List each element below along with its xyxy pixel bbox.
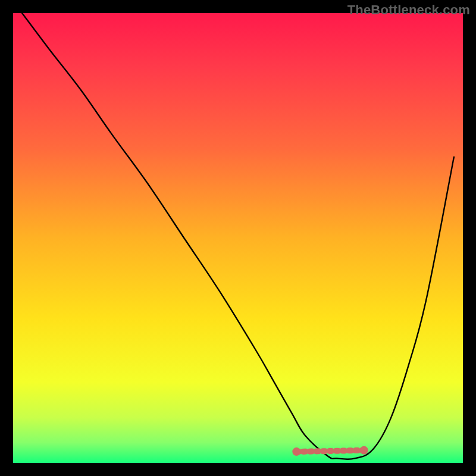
chart-frame: TheBottleneck.com: [0, 0, 476, 476]
optimal-range-end-dot: [360, 446, 368, 455]
watermark-text: TheBottleneck.com: [347, 2, 470, 18]
plot-background: [13, 13, 463, 463]
bottleneck-plot: [13, 13, 463, 463]
optimal-range-line: [296, 450, 364, 452]
optimal-range-start-dot: [292, 447, 300, 456]
